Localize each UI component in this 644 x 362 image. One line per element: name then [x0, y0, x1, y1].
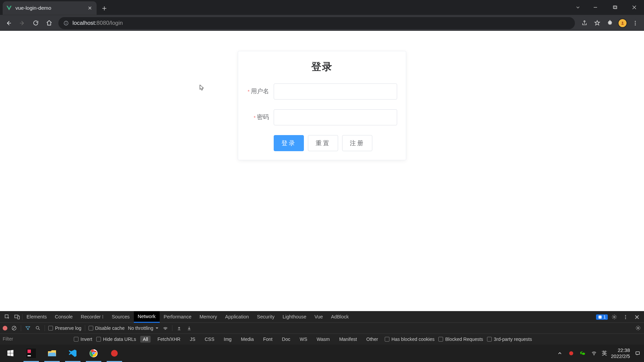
mouse-cursor-icon	[200, 84, 204, 91]
record-button-icon[interactable]	[3, 326, 7, 330]
tray-recording-icon[interactable]	[568, 350, 575, 357]
browser-toolbar: localhost:8080/login	[0, 15, 644, 31]
tray-notifications-icon[interactable]	[634, 350, 641, 357]
window-close-icon[interactable]	[625, 1, 644, 14]
filter-toggle-icon[interactable]	[24, 325, 31, 331]
username-input[interactable]	[274, 83, 397, 100]
devtools-tab-elements[interactable]: Elements	[22, 311, 51, 323]
nav-back-icon[interactable]	[3, 17, 15, 29]
filter-type-css[interactable]: CSS	[202, 336, 217, 343]
svg-point-15	[625, 315, 626, 316]
filter-type-all[interactable]: All	[140, 336, 151, 343]
invert-checkbox[interactable]: Invert	[74, 337, 92, 342]
taskbar-app-vscode[interactable]	[62, 345, 83, 362]
third-party-checkbox[interactable]: 3rd-party requests	[487, 337, 532, 342]
system-tray: 英 22:38 2022/2/5	[556, 347, 644, 359]
inspect-element-icon[interactable]	[2, 311, 12, 323]
username-row: *用户名	[247, 83, 397, 100]
disable-cache-checkbox[interactable]: Disable cache	[89, 325, 125, 331]
devtools-issues-badge[interactable]: 1	[596, 314, 608, 320]
export-har-icon[interactable]	[186, 325, 193, 331]
search-network-icon[interactable]	[35, 325, 41, 331]
devtools-more-icon[interactable]	[621, 311, 631, 323]
devtools-tab-sources[interactable]: Sources	[108, 311, 133, 323]
network-conditions-icon[interactable]	[162, 325, 169, 331]
filter-type-js[interactable]: JS	[187, 336, 198, 343]
nav-reload-icon[interactable]	[30, 17, 42, 29]
username-label: *用户名	[247, 83, 274, 100]
devtools-tab-application[interactable]: Application	[221, 311, 253, 323]
devtools-close-icon[interactable]	[632, 311, 642, 323]
clear-network-icon[interactable]	[11, 325, 17, 331]
register-button[interactable]: 注册	[342, 135, 372, 151]
device-toolbar-icon[interactable]	[12, 311, 22, 323]
share-icon[interactable]	[578, 17, 590, 29]
vscode-icon	[68, 348, 78, 358]
tab-search-icon[interactable]	[570, 1, 586, 14]
tray-wifi-icon[interactable]	[590, 350, 598, 357]
svg-rect-1	[614, 6, 617, 9]
devtools-tab-console[interactable]: Console	[51, 311, 76, 323]
filter-type-doc[interactable]: Doc	[279, 336, 293, 343]
browser-tab-active[interactable]: vue-login-demo	[3, 1, 97, 15]
start-button[interactable]	[0, 345, 21, 362]
taskbar-app-explorer[interactable]	[42, 345, 62, 362]
browser-menu-icon[interactable]	[629, 17, 641, 29]
filter-type-other[interactable]: Other	[364, 336, 381, 343]
tray-overflow-icon[interactable]	[556, 350, 564, 357]
site-info-icon[interactable]	[63, 20, 69, 26]
address-bar[interactable]: localhost:8080/login	[58, 17, 575, 29]
network-settings-icon[interactable]	[635, 325, 641, 331]
filter-type-fetchxhr[interactable]: Fetch/XHR	[155, 336, 183, 343]
svg-rect-22	[28, 350, 31, 353]
nav-forward-icon[interactable]	[16, 17, 28, 29]
taskbar-app-chrome[interactable]	[83, 345, 104, 362]
devtools-tab-lighthouse[interactable]: Lighthouse	[278, 311, 310, 323]
filter-type-manifest[interactable]: Manifest	[336, 336, 360, 343]
devtools-tab-adblock[interactable]: AdBlock	[327, 311, 353, 323]
blocked-cookies-checkbox[interactable]: Has blocked cookies	[385, 337, 434, 342]
svg-point-29	[594, 355, 594, 355]
nav-home-icon[interactable]	[43, 17, 55, 29]
devtools-tab-memory[interactable]: Memory	[196, 311, 221, 323]
svg-point-3	[66, 22, 66, 22]
window-maximize-icon[interactable]	[605, 1, 625, 14]
bookmark-star-icon[interactable]	[591, 17, 603, 29]
tray-wechat-icon[interactable]	[579, 350, 586, 357]
import-har-icon[interactable]	[176, 325, 182, 331]
blocked-requests-checkbox[interactable]: Blocked Requests	[438, 337, 483, 342]
new-tab-button[interactable]	[99, 3, 110, 14]
devtools-tab-security[interactable]: Security	[253, 311, 278, 323]
tab-close-icon[interactable]	[87, 5, 93, 11]
toolbar-right	[578, 17, 641, 29]
filter-type-font[interactable]: Font	[261, 336, 275, 343]
devtools-settings-icon[interactable]	[609, 311, 619, 323]
devtools-tab-recorder[interactable]: Recorder ⁝	[77, 311, 108, 323]
svg-rect-12	[17, 316, 19, 319]
devtools-tab-network[interactable]: Network	[134, 311, 160, 323]
tray-ime[interactable]: 英	[602, 350, 607, 357]
taskbar-app-recorder[interactable]	[104, 345, 125, 362]
taskbar-app-intellij[interactable]	[21, 345, 42, 362]
password-input[interactable]	[274, 109, 397, 125]
preserve-log-checkbox[interactable]: Preserve log	[48, 325, 82, 331]
filter-type-img[interactable]: Img	[221, 336, 234, 343]
reset-button[interactable]: 重置	[308, 135, 338, 151]
devtools-tab-vue[interactable]: Vue	[310, 311, 327, 323]
svg-point-28	[569, 351, 573, 355]
filter-type-ws[interactable]: WS	[297, 336, 310, 343]
devtools-tab-performance[interactable]: Performance	[160, 311, 196, 323]
throttling-select[interactable]: No throttling	[128, 325, 159, 331]
hide-data-urls-checkbox[interactable]: Hide data URLs	[96, 337, 136, 342]
filter-type-media[interactable]: Media	[238, 336, 256, 343]
tray-clock[interactable]: 22:38 2022/2/5	[611, 347, 630, 359]
network-filter-input[interactable]	[3, 336, 70, 343]
login-button[interactable]: 登录	[274, 135, 304, 151]
window-minimize-icon[interactable]	[586, 1, 605, 14]
extensions-icon[interactable]	[604, 17, 616, 29]
login-card: 登录 *用户名 *密码 登录 重置 注册	[238, 51, 406, 160]
svg-rect-30	[636, 352, 640, 354]
vue-favicon-icon	[6, 5, 12, 11]
filter-type-wasm[interactable]: Wasm	[314, 336, 332, 343]
profile-avatar[interactable]	[616, 17, 629, 29]
